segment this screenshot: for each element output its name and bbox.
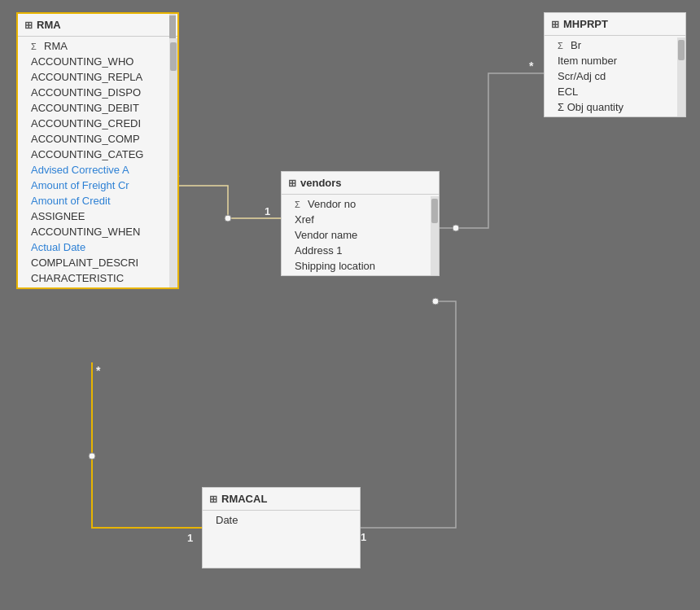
rma-field-amount-credit[interactable]: Amount of Credit: [18, 193, 177, 208]
rmacal-table[interactable]: ⊞ RMACAL Date: [202, 487, 361, 568]
rmacal-field-date[interactable]: Date: [203, 512, 360, 528]
sigma-icon: Σ: [295, 200, 304, 209]
mhprpt-scrollbar-thumb[interactable]: [678, 40, 685, 60]
rma-table-header: ⊞ RMA: [18, 14, 177, 37]
rma-field-accounting-repla[interactable]: ACCOUNTING_REPLA: [18, 69, 177, 85]
connector-rma-vendors: [225, 215, 231, 222]
rma-field-rma[interactable]: Σ RMA: [18, 38, 177, 54]
table-icon-rma: ⊞: [24, 20, 33, 31]
rma-field-complaint-descri[interactable]: COMPLAINT_DESCRI: [18, 255, 177, 270]
rma-table[interactable]: ⊞ RMA Σ RMA ACCOUNTING_WHO ACCOUNTING_RE…: [16, 12, 179, 289]
rmacal-table-header: ⊞ RMACAL: [203, 488, 360, 511]
sigma-icon: Σ: [558, 41, 567, 50]
rma-field-characteristic[interactable]: CHARACTERISTIC: [18, 270, 177, 286]
table-icon-mhprpt: ⊞: [551, 19, 559, 30]
rma-field-accounting-debit[interactable]: ACCOUNTING_DEBIT: [18, 100, 177, 116]
mhprpt-field-br[interactable]: Σ Br: [545, 37, 685, 53]
relation-label-vendors-mhprpt-star: *: [529, 59, 534, 72]
rma-field-accounting-dispo[interactable]: ACCOUNTING_DISPO: [18, 85, 177, 100]
relation-label-rmacal-vendors-one: 1: [361, 531, 366, 543]
vendors-field-vendor-no[interactable]: Σ Vendor no: [282, 196, 439, 212]
mhprpt-field-scr-adj[interactable]: Scr/Adj cd: [545, 68, 685, 84]
rma-field-accounting-categ[interactable]: ACCOUNTING_CATEG: [18, 147, 177, 162]
mhprpt-field-obj-quantity[interactable]: Σ Obj quantity: [545, 99, 685, 115]
relation-label-rma-rmacal-one: 1: [187, 532, 193, 544]
rma-field-amount-freight[interactable]: Amount of Freight Cr: [18, 178, 177, 193]
mhprpt-table[interactable]: ⊞ MHPRPT Σ Br Item number Scr/Adj cd ECL…: [544, 12, 686, 117]
relation-label-rma-vendors-one: 1: [265, 205, 270, 217]
rmacal-table-title: RMACAL: [221, 493, 267, 505]
rma-field-accounting-comp[interactable]: ACCOUNTING_COMP: [18, 131, 177, 147]
table-icon-vendors: ⊞: [288, 178, 296, 189]
mhprpt-scrollbar[interactable]: [677, 37, 685, 116]
rma-field-advised-corrective[interactable]: Advised Corrective A: [18, 162, 177, 178]
mhprpt-table-title: MHPRPT: [563, 18, 608, 30]
rma-field-accounting-when[interactable]: ACCOUNTING_WHEN: [18, 224, 177, 239]
table-icon-rmacal: ⊞: [209, 494, 217, 505]
rma-scrollbar-thumb[interactable]: [170, 42, 177, 71]
rma-field-actual-date[interactable]: Actual Date: [18, 239, 177, 255]
vendors-table-header: ⊞ vendors: [282, 172, 439, 195]
rmacal-table-body: Date: [203, 511, 360, 529]
rma-field-assignee[interactable]: ASSIGNEE: [18, 208, 177, 224]
vendors-table-body: Σ Vendor no Xref Vendor name Address 1 S…: [282, 195, 439, 275]
vendors-field-vendor-name[interactable]: Vendor name: [282, 227, 439, 243]
connector-vendors-mhprpt: [453, 225, 459, 231]
rma-scrollbar[interactable]: [169, 38, 177, 287]
mhprpt-table-body: Σ Br Item number Scr/Adj cd ECL Σ Obj qu…: [545, 36, 685, 116]
vendors-table[interactable]: ⊞ vendors Σ Vendor no Xref Vendor name A…: [281, 171, 440, 276]
mhprpt-field-ecl[interactable]: ECL: [545, 84, 685, 99]
rma-field-accounting-credi[interactable]: ACCOUNTING_CREDI: [18, 116, 177, 131]
relation-label-rma-rmacal-star: *: [96, 364, 101, 377]
vendors-field-xref[interactable]: Xref: [282, 212, 439, 227]
rma-field-accounting-who[interactable]: ACCOUNTING_WHO: [18, 54, 177, 69]
mhprpt-table-header: ⊞ MHPRPT: [545, 13, 685, 36]
vendors-field-address1[interactable]: Address 1: [282, 243, 439, 258]
vendors-scrollbar[interactable]: [431, 196, 439, 275]
rma-table-body: Σ RMA ACCOUNTING_WHO ACCOUNTING_REPLA AC…: [18, 37, 177, 287]
mhprpt-field-item-number[interactable]: Item number: [545, 53, 685, 68]
rma-table-title: RMA: [37, 19, 61, 31]
vendors-table-title: vendors: [300, 177, 342, 189]
sigma-icon: Σ: [31, 42, 41, 51]
vendors-scrollbar-thumb[interactable]: [431, 199, 438, 223]
vendors-field-shipping[interactable]: Shipping location: [282, 258, 439, 274]
connector-rmacal-vendors: [432, 298, 439, 305]
connector-rma-bottom: [89, 453, 95, 459]
